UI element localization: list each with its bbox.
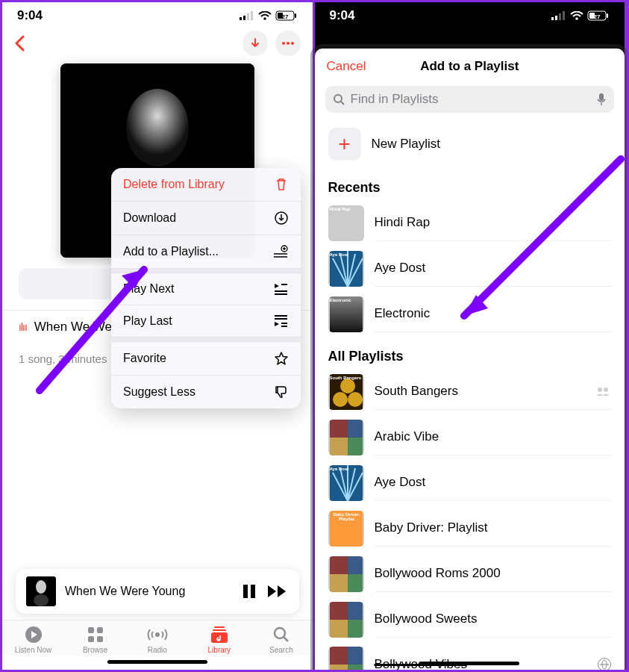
playlist-thumb <box>328 647 364 670</box>
playlist-item[interactable]: Baby Driver: PlaylistBaby Driver: Playli… <box>315 505 625 551</box>
svg-rect-52 <box>607 13 608 18</box>
svg-rect-73 <box>330 438 348 455</box>
left-screenshot: 9:04 27 <box>2 2 315 670</box>
star-icon <box>274 351 289 366</box>
svg-rect-85 <box>348 574 363 592</box>
wifi-icon <box>258 11 272 21</box>
playlist-item[interactable]: Hindi RapHindi Rap <box>315 200 625 246</box>
playlist-item[interactable]: Aye DostAye Dost <box>315 246 625 291</box>
tab-listennow[interactable]: Listen Now <box>10 625 57 654</box>
tab-browse[interactable]: Browse <box>72 625 119 654</box>
menu-play-last[interactable]: Play Last <box>111 305 301 337</box>
menu-favorite[interactable]: Favorite <box>111 342 301 376</box>
menu-add-to-playlist[interactable]: Add to a Playlist... <box>111 235 301 269</box>
menu-delete[interactable]: Delete from Library <box>111 168 301 202</box>
wifi-icon <box>570 11 583 21</box>
svg-point-66 <box>333 392 348 407</box>
now-playing-bar[interactable]: When We Were Young <box>16 569 299 614</box>
svg-rect-88 <box>330 620 348 638</box>
tab-search[interactable]: Search <box>257 625 305 654</box>
menu-download[interactable]: Download <box>111 202 301 235</box>
playlist-item[interactable]: Bollywood Sweets <box>315 597 625 642</box>
playlist-label: South Bangers <box>375 384 458 399</box>
playlist-thumb: South Bangers <box>328 374 364 410</box>
svg-rect-7 <box>295 13 296 18</box>
cellular-icon <box>551 11 566 20</box>
svg-line-55 <box>341 102 344 105</box>
svg-rect-46 <box>555 16 557 20</box>
playlist-thumb <box>328 556 364 592</box>
playlist-item[interactable]: Arabic Vibe <box>315 414 625 460</box>
tab-bar: Listen Now Browse Radio Library Search <box>2 620 313 656</box>
svg-rect-45 <box>551 17 554 20</box>
playlist-label: Bollywood Sweets <box>375 612 478 626</box>
navigation-bar <box>2 26 313 60</box>
next-track-icon[interactable] <box>266 583 289 600</box>
svg-rect-48 <box>563 11 565 20</box>
playlist-item[interactable]: Aye DostAye Dost <box>315 460 625 505</box>
status-bar: 9:04 27 <box>315 2 625 26</box>
more-icon <box>281 41 295 46</box>
svg-point-49 <box>575 17 578 20</box>
svg-text:27: 27 <box>594 13 601 20</box>
section-all: All Playlists <box>315 337 625 369</box>
svg-rect-86 <box>330 602 348 620</box>
download-circle-icon <box>274 211 289 225</box>
home-indicator[interactable] <box>107 660 207 664</box>
battery-icon: 27 <box>275 10 298 21</box>
tab-radio[interactable]: Radio <box>134 625 181 654</box>
grid-icon <box>86 625 105 644</box>
playlist-thumb: Aye Dost <box>328 465 364 501</box>
search-field[interactable]: Find in Playlists <box>325 86 615 113</box>
svg-rect-1 <box>243 16 245 20</box>
playlist-item[interactable]: Bollywood Roms 2000 <box>315 551 625 597</box>
plus-icon: + <box>328 128 361 161</box>
playlist-item[interactable]: Bollywood Vibes <box>315 642 625 670</box>
radio-icon <box>146 625 169 644</box>
svg-rect-89 <box>348 620 363 638</box>
pause-icon[interactable] <box>241 583 257 600</box>
svg-rect-56 <box>599 93 604 101</box>
new-playlist-row[interactable]: + New Playlist <box>315 120 625 168</box>
svg-point-67 <box>348 392 363 407</box>
status-time: 9:04 <box>17 8 43 23</box>
status-icons: 27 <box>240 10 298 21</box>
svg-point-68 <box>340 379 355 393</box>
cellular-icon <box>240 11 254 20</box>
svg-point-13 <box>126 89 189 167</box>
svg-point-70 <box>604 388 608 392</box>
play-circle-icon <box>24 625 43 644</box>
svg-rect-0 <box>240 17 242 20</box>
mic-icon[interactable] <box>596 93 607 106</box>
menu-suggest-less[interactable]: Suggest Less <box>111 376 301 408</box>
svg-rect-92 <box>330 665 348 670</box>
svg-rect-93 <box>348 665 363 670</box>
status-bar: 9:04 27 <box>2 2 313 26</box>
playlist-item[interactable]: South BangersSouth Bangers <box>315 369 625 414</box>
cancel-button[interactable]: Cancel <box>327 59 366 74</box>
svg-rect-23 <box>88 636 94 642</box>
tab-library[interactable]: Library <box>195 625 243 654</box>
download-button[interactable] <box>242 31 268 56</box>
section-recents: Recents <box>315 168 625 200</box>
menu-play-next[interactable]: Play Next <box>111 273 301 305</box>
thumbs-down-icon <box>274 385 289 399</box>
arrow-down-icon <box>249 37 261 49</box>
more-button[interactable] <box>275 31 301 56</box>
svg-rect-19 <box>251 585 255 598</box>
svg-point-16 <box>36 580 46 594</box>
now-playing-title: When We Were Young <box>65 585 232 598</box>
svg-point-69 <box>598 388 602 392</box>
playlist-thumb <box>328 602 364 638</box>
back-button[interactable] <box>14 35 26 52</box>
chevron-left-icon <box>14 35 26 52</box>
svg-point-30 <box>275 628 285 638</box>
status-icons: 27 <box>551 10 610 21</box>
playlist-item[interactable]: ElectronicElectronic <box>315 291 625 337</box>
battery-icon: 27 <box>587 10 610 21</box>
svg-rect-87 <box>348 602 363 620</box>
svg-rect-47 <box>559 13 561 20</box>
add-to-playlist-modal: Cancel Add to a Playlist Find in Playlis… <box>315 49 625 670</box>
playlist-label: Electronic <box>375 306 431 321</box>
svg-line-31 <box>284 637 288 641</box>
